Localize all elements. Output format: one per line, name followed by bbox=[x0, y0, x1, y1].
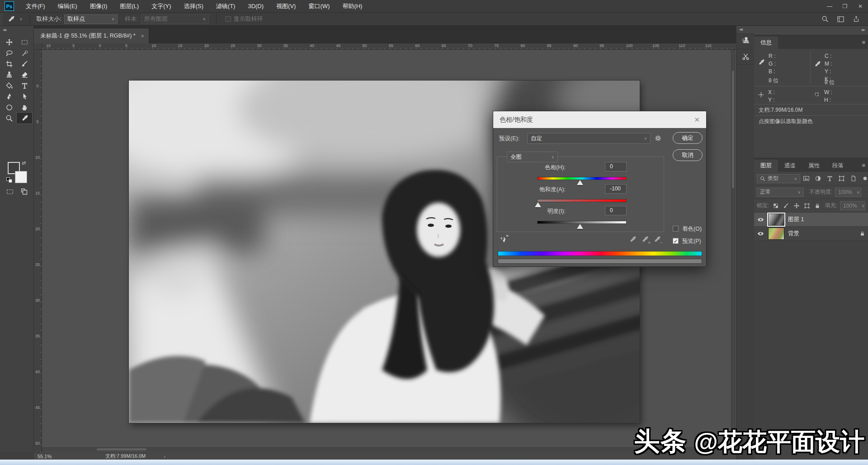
panel-menu-icon[interactable]: ≡ bbox=[862, 39, 865, 46]
tab-属性[interactable]: 属性 bbox=[802, 160, 826, 172]
type-filter-icon[interactable] bbox=[826, 175, 833, 182]
layer-row-图层 1[interactable]: 图层 1 bbox=[754, 213, 868, 227]
zoom-level[interactable]: 55.1% bbox=[38, 454, 69, 459]
tab-段落[interactable]: 段落 bbox=[826, 160, 850, 172]
menu-item-7[interactable]: 滤镜(T) bbox=[210, 0, 242, 13]
restore-button[interactable]: ❐ bbox=[837, 0, 853, 12]
hand-tool-icon[interactable] bbox=[17, 102, 32, 113]
sat-value-input[interactable]: -100 bbox=[605, 184, 627, 194]
shape-filter-icon[interactable] bbox=[838, 175, 845, 182]
layer-thumbnail[interactable] bbox=[768, 228, 784, 240]
lock-pixels-icon[interactable] bbox=[783, 203, 789, 209]
dialog-title-bar[interactable]: 色相/饱和度 ✕ bbox=[493, 111, 706, 128]
move-tool-icon[interactable] bbox=[1, 37, 17, 47]
lock-position-icon[interactable] bbox=[793, 203, 800, 209]
vertical-scrollbar-thumb[interactable] bbox=[732, 71, 734, 188]
clone-stamp-tool-icon[interactable] bbox=[1, 69, 17, 80]
layer-row-背景[interactable]: 背景 bbox=[754, 227, 868, 241]
vertical-scrollbar[interactable] bbox=[731, 50, 735, 446]
eraser-tool-icon[interactable] bbox=[17, 69, 32, 80]
menu-item-9[interactable]: 视图(V) bbox=[270, 0, 302, 13]
workspace-layout-icon[interactable] bbox=[837, 15, 844, 23]
minimize-button[interactable]: — bbox=[822, 0, 837, 12]
hue-slider-track[interactable] bbox=[537, 177, 627, 180]
slice-panel-icon[interactable] bbox=[736, 49, 755, 65]
expand-panels-icon[interactable]: ◂◂ bbox=[736, 26, 754, 34]
preset-options-gear-icon[interactable] bbox=[654, 134, 662, 142]
layer-thumbnail[interactable] bbox=[768, 214, 784, 226]
tab-图层[interactable]: 图层 bbox=[754, 160, 778, 172]
brush-tool-icon[interactable] bbox=[17, 58, 32, 69]
layer-name[interactable]: 背景 bbox=[788, 230, 799, 237]
menu-item-1[interactable]: 文件(F) bbox=[19, 0, 52, 13]
blend-mode-select[interactable]: 正常 ∨ bbox=[757, 188, 804, 197]
colorize-checkbox[interactable] bbox=[673, 226, 679, 232]
preview-checkbox[interactable]: ✓ bbox=[673, 238, 679, 244]
menu-item-3[interactable]: 图像(I) bbox=[84, 0, 113, 13]
targeted-adjustment-icon[interactable] bbox=[500, 234, 509, 243]
eyedropper-tool-icon[interactable] bbox=[17, 113, 32, 123]
horizontal-scrollbar[interactable] bbox=[42, 447, 729, 451]
dialog-close-icon[interactable]: ✕ bbox=[694, 116, 700, 124]
adjustment-filter-icon[interactable] bbox=[815, 175, 821, 182]
status-options-chevron[interactable]: › bbox=[164, 454, 165, 459]
background-color-swatch[interactable] bbox=[15, 171, 27, 183]
lock-artboard-icon[interactable] bbox=[804, 203, 810, 209]
horizontal-scrollbar-thumb[interactable] bbox=[97, 448, 146, 451]
menu-item-4[interactable]: 图层(L) bbox=[113, 0, 145, 13]
paint-bucket-tool-icon[interactable] bbox=[1, 80, 17, 91]
layer-visibility-icon[interactable] bbox=[757, 216, 764, 223]
pen-tool-icon[interactable] bbox=[1, 91, 17, 102]
layer-name[interactable]: 图层 1 bbox=[788, 216, 804, 223]
lasso-tool-icon[interactable] bbox=[1, 47, 17, 58]
image-filter-icon[interactable] bbox=[803, 175, 810, 182]
share-icon[interactable] bbox=[853, 15, 860, 23]
preset-select[interactable]: 自定 ∨ bbox=[527, 133, 651, 144]
channel-select[interactable]: 全图 ∨ bbox=[507, 152, 558, 162]
menu-item-11[interactable]: 帮助(H) bbox=[336, 0, 368, 13]
layer-visibility-icon[interactable] bbox=[757, 230, 764, 237]
menu-item-5[interactable]: 文字(Y) bbox=[145, 0, 177, 13]
tab-通道[interactable]: 通道 bbox=[778, 160, 802, 172]
filter-toggle-icon[interactable] bbox=[862, 175, 868, 182]
sat-slider-thumb[interactable] bbox=[535, 202, 541, 207]
light-slider-track[interactable] bbox=[537, 221, 627, 224]
quick-select-tool-icon[interactable] bbox=[17, 47, 32, 58]
collapse-tools-icon[interactable]: ◂◂ bbox=[0, 26, 33, 32]
path-select-tool-icon[interactable] bbox=[17, 91, 32, 102]
sample-size-select[interactable]: 取样点 ∨ bbox=[64, 14, 118, 24]
history-panel-icon[interactable] bbox=[736, 34, 755, 49]
screen-mode-icon[interactable] bbox=[20, 188, 28, 196]
photoshop-logo[interactable]: Ps bbox=[5, 1, 14, 11]
crop-tool-icon[interactable] bbox=[1, 58, 17, 69]
shape-tool-icon[interactable] bbox=[1, 102, 17, 113]
menu-item-10[interactable]: 窗口(W) bbox=[302, 0, 336, 13]
ok-button[interactable]: 确定 bbox=[673, 132, 703, 144]
document-tab[interactable]: 未标题-1 @ 55.1% (图层 1, RGB/8#) * × bbox=[34, 28, 149, 43]
rgb-eyedropper-icon[interactable] bbox=[758, 59, 765, 66]
quick-mask-icon[interactable] bbox=[6, 188, 14, 196]
smart-object-filter-icon[interactable] bbox=[850, 175, 857, 182]
menu-item-6[interactable]: 选择(S) bbox=[177, 0, 209, 13]
light-slider-thumb[interactable] bbox=[577, 224, 583, 229]
type-tool-icon[interactable] bbox=[17, 80, 32, 91]
swap-colors-icon[interactable]: ⇄ bbox=[22, 160, 26, 166]
sat-slider-track[interactable] bbox=[537, 199, 627, 202]
hue-value-input[interactable]: 0 bbox=[605, 162, 627, 171]
light-value-input[interactable]: 0 bbox=[605, 206, 627, 215]
cancel-button[interactable]: 取消 bbox=[673, 149, 703, 161]
tab-info[interactable]: 信息 bbox=[754, 37, 778, 49]
search-icon[interactable] bbox=[821, 15, 829, 23]
cmyk-eyedropper-icon[interactable] bbox=[814, 61, 821, 68]
zoom-tool-icon[interactable] bbox=[1, 113, 17, 123]
default-colors-icon[interactable] bbox=[6, 177, 12, 183]
menu-item-2[interactable]: 编辑(E) bbox=[52, 0, 84, 13]
lock-all-icon[interactable] bbox=[814, 203, 821, 209]
hue-slider-thumb[interactable] bbox=[577, 180, 583, 185]
panel-menu-icon[interactable]: ≡ bbox=[862, 162, 865, 169]
close-button[interactable]: ✕ bbox=[853, 0, 868, 12]
marquee-tool-icon[interactable] bbox=[17, 37, 32, 47]
collapse-panels-icon[interactable]: ▸▸ bbox=[862, 27, 864, 32]
layer-filter-select[interactable]: 类型 ∨ bbox=[757, 174, 800, 183]
current-tool-button[interactable]: ∨ bbox=[7, 15, 23, 23]
